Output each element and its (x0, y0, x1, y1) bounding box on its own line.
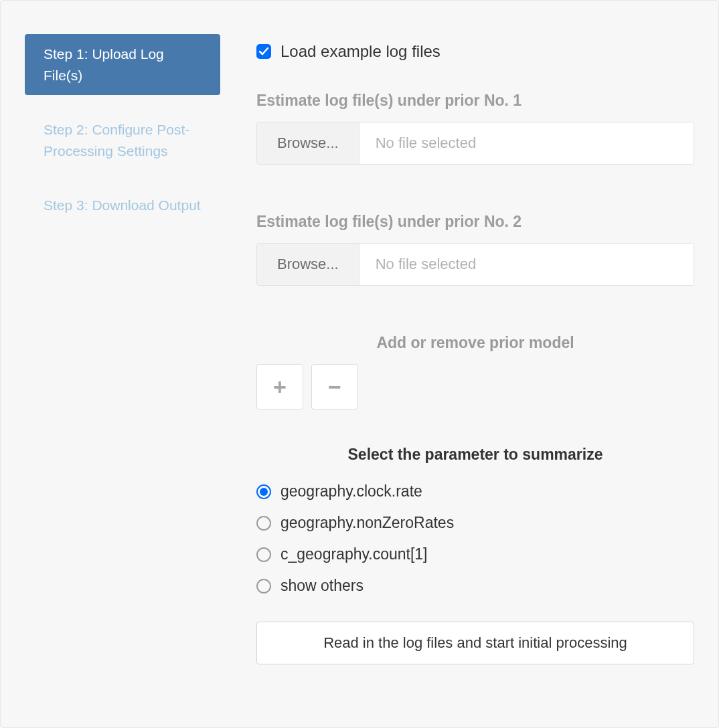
prior2-label: Estimate log file(s) under prior No. 2 (256, 213, 694, 231)
radio-icon (256, 484, 271, 499)
add-remove-label: Add or remove prior model (256, 334, 694, 352)
parameter-option-label: geography.nonZeroRates (281, 514, 454, 532)
prior1-file-placeholder: No file selected (360, 122, 694, 164)
prior2-browse-button[interactable]: Browse... (257, 244, 360, 285)
prior2-file-placeholder: No file selected (360, 244, 694, 285)
sidebar-item-step3[interactable]: Step 3: Download Output (25, 185, 220, 225)
remove-prior-button[interactable]: − (311, 364, 358, 410)
load-example-checkbox[interactable] (256, 44, 271, 59)
add-remove-button-row: + − (256, 364, 694, 410)
prior1-file-input: Browse... No file selected (256, 122, 694, 165)
parameter-option-label: c_geography.count[1] (281, 545, 428, 563)
radio-icon (256, 579, 271, 594)
parameter-option-3[interactable]: show others (256, 577, 694, 595)
load-example-label: Load example log files (281, 42, 441, 61)
parameter-option-1[interactable]: geography.nonZeroRates (256, 514, 694, 532)
add-prior-button[interactable]: + (256, 364, 303, 410)
minus-icon: − (328, 374, 341, 400)
parameter-option-label: geography.clock.rate (281, 482, 422, 500)
wizard-panel: Step 1: Upload Log File(s) Step 2: Confi… (0, 0, 719, 728)
parameter-option-label: show others (281, 577, 364, 595)
prior1-browse-button[interactable]: Browse... (257, 122, 360, 164)
prior1-label: Estimate log file(s) under prior No. 1 (256, 92, 694, 110)
radio-icon (256, 516, 271, 531)
load-example-row[interactable]: Load example log files (256, 42, 694, 61)
select-param-label: Select the parameter to summarize (256, 446, 694, 464)
start-processing-button[interactable]: Read in the log files and start initial … (256, 622, 694, 664)
check-icon (258, 46, 269, 57)
parameter-radio-group: geography.clock.rate geography.nonZeroRa… (256, 482, 694, 595)
prior2-file-input: Browse... No file selected (256, 243, 694, 286)
parameter-option-0[interactable]: geography.clock.rate (256, 482, 694, 500)
wizard-main: Load example log files Estimate log file… (256, 18, 694, 703)
sidebar-item-step2[interactable]: Step 2: Configure Post-Processing Settin… (25, 110, 220, 171)
parameter-option-2[interactable]: c_geography.count[1] (256, 545, 694, 563)
radio-icon (256, 547, 271, 562)
plus-icon: + (273, 374, 287, 400)
wizard-sidebar: Step 1: Upload Log File(s) Step 2: Confi… (25, 18, 220, 703)
sidebar-item-step1[interactable]: Step 1: Upload Log File(s) (25, 34, 220, 95)
